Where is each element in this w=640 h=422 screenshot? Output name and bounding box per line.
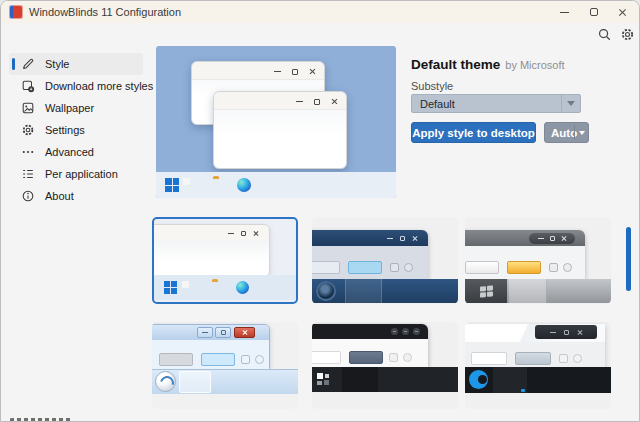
sidebar-label: About bbox=[45, 190, 74, 202]
close-button-icon bbox=[234, 327, 255, 338]
download-styles-icon bbox=[21, 79, 35, 93]
maximize-icon bbox=[314, 99, 320, 105]
chevron-down-icon bbox=[579, 131, 585, 135]
search-button[interactable] bbox=[593, 25, 615, 43]
thumb-button bbox=[465, 261, 499, 274]
start-orb-icon bbox=[316, 281, 336, 301]
thumb-window-controls bbox=[535, 325, 597, 339]
apply-style-button[interactable]: Apply style to desktop bbox=[411, 122, 536, 143]
info-icon bbox=[21, 189, 35, 203]
thumb-checkbox bbox=[559, 354, 568, 363]
window-title: WindowBlinds 11 Configuration bbox=[29, 6, 181, 18]
taskbar-section bbox=[509, 279, 547, 303]
thumb-window bbox=[312, 230, 428, 279]
substyle-label: Substyle bbox=[411, 80, 453, 92]
per-application-icon bbox=[21, 167, 35, 181]
thumb-button-highlight bbox=[515, 352, 551, 365]
button-divider bbox=[574, 125, 575, 140]
sidebar-label: Wallpaper bbox=[45, 102, 94, 114]
selected-accent-bar bbox=[12, 58, 15, 70]
preview-window-controls bbox=[274, 68, 316, 75]
sidebar-item-download-more-styles[interactable]: Download more styles bbox=[9, 75, 143, 97]
sidebar-item-wallpaper[interactable]: Wallpaper bbox=[9, 97, 143, 119]
edge-browser-icon bbox=[236, 281, 249, 294]
windows-logo-icon bbox=[165, 178, 179, 192]
theme-author: by Microsoft bbox=[505, 59, 564, 71]
theme-title: Default themeby Microsoft bbox=[411, 57, 565, 72]
gear-icon bbox=[620, 27, 635, 42]
substyle-selected-value: Default bbox=[420, 98, 455, 110]
close-icon bbox=[309, 68, 316, 75]
dropdown-arrow bbox=[561, 95, 580, 112]
theme-thumbnail-aero-blue[interactable] bbox=[152, 322, 298, 409]
windows-flag-icon bbox=[480, 285, 493, 297]
titlebar: WindowBlinds 11 Configuration bbox=[1, 1, 639, 23]
thumb-radio bbox=[255, 355, 264, 364]
windows-logo-icon bbox=[164, 281, 177, 294]
thumb-window-controls bbox=[391, 328, 420, 335]
theme-thumbnail-default-light[interactable] bbox=[152, 217, 298, 304]
start-orb-icon bbox=[155, 371, 176, 392]
sidebar-item-settings[interactable]: Settings bbox=[9, 119, 143, 141]
thumb-button bbox=[471, 352, 507, 365]
minimize-button[interactable] bbox=[549, 1, 579, 23]
theme-thumbnail-dark-blue-classic[interactable] bbox=[312, 217, 458, 304]
taskbar-section bbox=[179, 371, 211, 393]
thumb-window-controls bbox=[228, 230, 259, 236]
settings-gear-button[interactable] bbox=[616, 25, 638, 43]
thumb-toolbar bbox=[312, 339, 428, 367]
sidebar-item-style[interactable]: Style bbox=[9, 53, 143, 75]
thumb-taskbar bbox=[312, 367, 458, 392]
thumb-taskbar bbox=[465, 279, 611, 303]
close-icon bbox=[618, 8, 627, 17]
substyle-dropdown[interactable]: Default bbox=[411, 94, 581, 113]
auto-label: Auto bbox=[545, 127, 577, 139]
thumb-toolbar bbox=[465, 246, 585, 279]
maximize-button[interactable] bbox=[579, 1, 609, 23]
thumb-button bbox=[312, 261, 340, 274]
thumb-checkbox bbox=[549, 263, 558, 272]
sidebar-label: Download more styles bbox=[45, 80, 153, 92]
thumb-radio bbox=[563, 263, 572, 272]
minimize-icon bbox=[560, 12, 569, 13]
thumb-button-highlight bbox=[349, 351, 383, 364]
vertical-scrollbar-thumb[interactable] bbox=[626, 227, 631, 291]
sidebar-label: Per application bbox=[45, 168, 118, 180]
pencil-icon bbox=[21, 57, 35, 71]
thumb-checkbox bbox=[241, 355, 250, 364]
apply-style-label: Apply style to desktop bbox=[412, 127, 535, 139]
maximize-icon bbox=[292, 69, 298, 75]
taskbar-indicator-dot bbox=[521, 389, 525, 392]
thumb-button-highlight bbox=[348, 261, 382, 274]
sidebar-item-per-application[interactable]: Per application bbox=[9, 163, 143, 185]
theme-thumbnail-silver-gray[interactable] bbox=[465, 217, 611, 304]
thumb-taskbar bbox=[465, 367, 611, 393]
thumb-window-titlebar bbox=[465, 324, 605, 342]
theme-thumbnail-white-dark[interactable] bbox=[465, 322, 611, 409]
thumb-button-highlight bbox=[201, 353, 235, 366]
thumb-taskbar bbox=[154, 275, 296, 300]
thumb-window bbox=[152, 224, 270, 277]
sidebar-item-advanced[interactable]: Advanced bbox=[9, 141, 143, 163]
theme-thumbnail-black-minimal[interactable] bbox=[312, 322, 458, 409]
thumb-window-titlebar bbox=[152, 325, 269, 340]
taskbar-section bbox=[342, 367, 378, 392]
close-icon bbox=[331, 98, 338, 105]
close-button[interactable] bbox=[607, 1, 637, 23]
preview-front-window bbox=[213, 91, 347, 169]
clipped-text-artifact bbox=[10, 418, 72, 422]
preview-taskbar bbox=[156, 172, 396, 198]
start-button bbox=[465, 279, 507, 303]
auto-split-button[interactable]: Auto bbox=[544, 122, 589, 143]
maximize-icon bbox=[590, 8, 598, 16]
app-grid-icon bbox=[317, 373, 330, 386]
thumb-radio bbox=[404, 263, 413, 272]
thumb-window-titlebar bbox=[312, 230, 428, 246]
thumb-window-titlebar bbox=[312, 324, 428, 339]
thumb-window bbox=[465, 230, 585, 279]
thumb-radio bbox=[573, 354, 582, 363]
sidebar-item-about[interactable]: About bbox=[9, 185, 143, 207]
thumb-window-controls bbox=[387, 235, 418, 241]
gear-icon bbox=[21, 123, 35, 137]
thumb-taskbar bbox=[312, 279, 458, 303]
